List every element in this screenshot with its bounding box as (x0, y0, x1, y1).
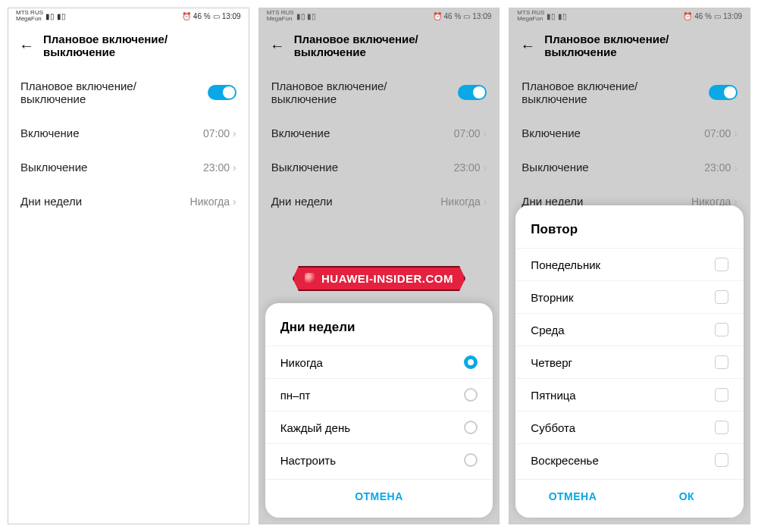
row-power-off[interactable]: Выключение 23:00› (259, 150, 500, 184)
option-label: Понедельник (531, 258, 600, 271)
option-label: Никогда (280, 356, 323, 369)
row-value: Никогда (440, 196, 480, 208)
option-label: Четверг (531, 356, 572, 369)
radio-icon[interactable] (464, 355, 478, 369)
option-label: Среда (531, 324, 564, 336)
radio-icon[interactable] (464, 421, 478, 434)
toggle-label: Плановое включение/ выключение (522, 80, 709, 105)
alarm-icon: ⏰ (182, 12, 191, 20)
carrier-label-2: MegaFon (267, 16, 294, 22)
huawei-logo-icon (305, 273, 317, 285)
status-bar: MTS RUS MegaFon ▮▯ ▮▯ ⏰ 46 % ▭ 13:09 (259, 8, 500, 23)
row-value: 07:00 (704, 127, 731, 139)
checkbox-option[interactable]: Воскресенье (515, 443, 744, 476)
row-label: Выключение (271, 161, 454, 174)
row-power-on[interactable]: Включение 07:00› (509, 116, 750, 150)
row-value: Никогда (190, 196, 230, 208)
checkbox-option[interactable]: Среда (515, 313, 744, 346)
option-label: Вторник (531, 291, 573, 304)
option-label: Настроить (280, 454, 336, 467)
clock-label: 13:09 (723, 12, 742, 20)
checkbox-icon[interactable] (715, 421, 728, 434)
signal-icon: ▮▯ ▮▯ (45, 12, 66, 20)
checkbox-option[interactable]: Суббота (515, 411, 744, 443)
back-icon[interactable]: ← (270, 38, 285, 53)
checkbox-icon[interactable] (715, 258, 728, 271)
alarm-icon: ⏰ (433, 12, 442, 20)
checkbox-icon[interactable] (715, 323, 728, 336)
sheet-title: Дни недели (265, 317, 493, 346)
carrier-label-2: MegaFon (517, 16, 544, 22)
days-bottom-sheet: Дни недели Никогда пн–пт Каждый день Нас… (265, 303, 493, 518)
row-power-on[interactable]: Включение 07:00› (259, 116, 500, 150)
row-power-off[interactable]: Выключение 23:00› (8, 150, 249, 184)
row-power-on[interactable]: Включение 07:00› (8, 116, 249, 150)
status-bar: MTS RUS MegaFon ▮▯ ▮▯ ⏰ 46 % ▭ 13:09 (8, 8, 249, 23)
chevron-right-icon: › (484, 161, 487, 174)
toggle-switch[interactable] (458, 85, 487, 100)
battery-label: 46 % (444, 12, 462, 20)
page-title: Плановое включение/выключение (294, 33, 489, 58)
option-label: Каждый день (280, 421, 350, 434)
option-label: пн–пт (280, 389, 311, 402)
phone-screenshot-1: MTS RUS MegaFon ▮▯ ▮▯ ⏰ 46 % ▭ 13:09 ← П… (8, 8, 249, 524)
ok-button[interactable]: ОК (630, 480, 744, 513)
row-label: Дни недели (271, 195, 441, 208)
checkbox-option[interactable]: Понедельник (515, 248, 744, 280)
toggle-row[interactable]: Плановое включение/ выключение (259, 69, 500, 116)
toggle-switch[interactable] (208, 85, 236, 100)
battery-icon: ▭ (714, 12, 721, 20)
row-value: 23:00 (454, 161, 481, 174)
signal-icon: ▮▯ ▮▯ (547, 12, 567, 20)
clock-label: 13:09 (222, 12, 241, 20)
battery-label: 46 % (193, 12, 211, 20)
option-label: Суббота (531, 421, 575, 434)
radio-option[interactable]: пн–пт (265, 378, 493, 411)
back-icon[interactable]: ← (19, 38, 34, 53)
toggle-row[interactable]: Плановое включение/ выключение (8, 69, 249, 116)
toggle-switch[interactable] (709, 85, 738, 100)
row-power-off[interactable]: Выключение 23:00› (509, 150, 750, 184)
radio-icon[interactable] (464, 453, 478, 467)
signal-icon: ▮▯ ▮▯ (296, 12, 317, 20)
radio-icon[interactable] (464, 388, 478, 402)
row-label: Выключение (522, 161, 704, 174)
alarm-icon: ⏰ (683, 12, 692, 20)
row-label: Включение (20, 127, 203, 139)
carrier-label-2: MegaFon (16, 16, 43, 22)
radio-option[interactable]: Настроить (265, 443, 493, 476)
back-icon[interactable]: ← (520, 38, 535, 53)
row-value: 23:00 (704, 161, 731, 174)
checkbox-icon[interactable] (715, 388, 728, 402)
battery-icon: ▭ (213, 12, 220, 20)
row-label: Включение (271, 127, 454, 139)
phone-screenshot-3: MTS RUS MegaFon ▮▯ ▮▯ ⏰ 46 % ▭ 13:09 ← П… (509, 8, 750, 524)
row-value: 23:00 (203, 161, 230, 174)
chevron-right-icon: › (233, 161, 236, 174)
radio-option[interactable]: Никогда (265, 346, 493, 378)
battery-label: 46 % (694, 12, 712, 20)
repeat-bottom-sheet: Повтор Понедельник Вторник Среда Четверг… (515, 205, 744, 518)
radio-option[interactable]: Каждый день (265, 411, 493, 443)
toggle-row[interactable]: Плановое включение/ выключение (509, 69, 750, 116)
chevron-right-icon: › (233, 127, 236, 139)
checkbox-icon[interactable] (715, 355, 728, 369)
chevron-right-icon: › (734, 161, 738, 174)
checkbox-icon[interactable] (715, 453, 728, 467)
phone-screenshot-2: MTS RUS MegaFon ▮▯ ▮▯ ⏰ 46 % ▭ 13:09 ← П… (258, 8, 500, 524)
checkbox-icon[interactable] (715, 290, 728, 304)
cancel-button[interactable]: ОТМЕНА (515, 480, 629, 513)
row-days[interactable]: Дни недели Никогда› (8, 184, 249, 218)
checkbox-option[interactable]: Четверг (515, 346, 744, 378)
cancel-button[interactable]: ОТМЕНА (265, 480, 493, 513)
row-value: 07:00 (203, 127, 230, 139)
option-label: Воскресенье (531, 454, 598, 467)
row-days[interactable]: Дни недели Никогда› (259, 184, 500, 218)
checkbox-option[interactable]: Вторник (515, 280, 744, 313)
chevron-right-icon: › (233, 196, 236, 208)
option-label: Пятница (531, 389, 575, 402)
chevron-right-icon: › (734, 127, 738, 139)
clock-label: 13:09 (472, 12, 491, 20)
row-label: Выключение (20, 161, 203, 174)
checkbox-option[interactable]: Пятница (515, 378, 744, 411)
